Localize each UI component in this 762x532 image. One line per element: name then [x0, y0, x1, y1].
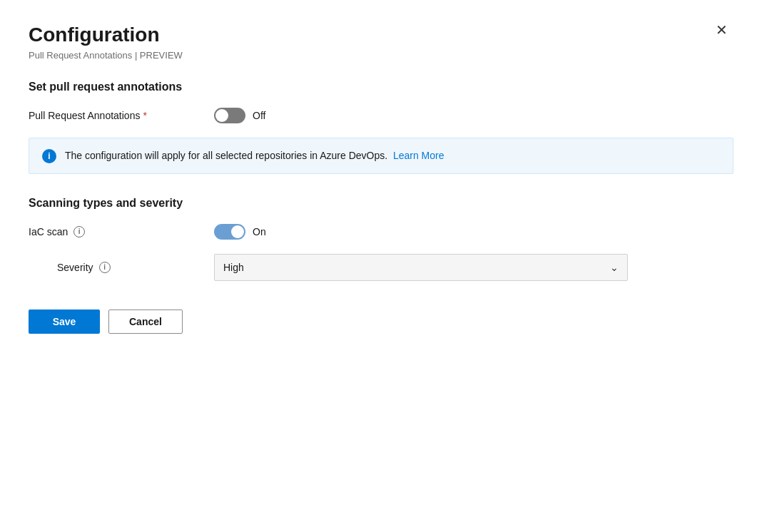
- info-banner-text: The configuration will apply for all sel…: [65, 148, 444, 163]
- info-icon: i: [42, 149, 56, 163]
- dialog-subtitle: Pull Request Annotations | PREVIEW: [29, 50, 183, 61]
- pull-request-label: Pull Request Annotations *: [29, 110, 214, 121]
- iac-toggle-track: [214, 224, 245, 240]
- severity-info-icon: i: [99, 262, 111, 273]
- severity-label: Severity i: [29, 262, 214, 273]
- save-button[interactable]: Save: [29, 310, 100, 334]
- pull-request-toggle-container: Off: [214, 108, 265, 123]
- close-icon: ✕: [716, 22, 728, 38]
- toggle-thumb: [215, 109, 228, 122]
- iac-scan-row: IaC scan i On: [29, 224, 733, 240]
- required-star: *: [143, 110, 146, 121]
- chevron-down-icon: ⌄: [610, 262, 619, 273]
- dialog-footer: Save Cancel: [29, 310, 733, 334]
- close-button[interactable]: ✕: [710, 20, 733, 40]
- iac-toggle-state-label: On: [253, 226, 266, 237]
- pull-request-toggle[interactable]: [214, 108, 245, 123]
- iac-toggle-container: On: [214, 224, 266, 240]
- iac-toggle-thumb: [231, 225, 244, 238]
- section2-title: Scanning types and severity: [29, 197, 733, 210]
- iac-scan-label: IaC scan i: [29, 226, 214, 237]
- severity-value: High: [223, 262, 244, 273]
- section1-title: Set pull request annotations: [29, 81, 733, 93]
- cancel-button[interactable]: Cancel: [108, 310, 183, 334]
- section-pull-request: Set pull request annotations Pull Reques…: [29, 81, 733, 174]
- configuration-dialog: Configuration Pull Request Annotations |…: [0, 0, 762, 532]
- severity-dropdown[interactable]: High ⌄: [214, 254, 628, 281]
- toggle-track: [214, 108, 245, 123]
- dialog-header: Configuration Pull Request Annotations |…: [29, 23, 733, 61]
- learn-more-link[interactable]: Learn More: [393, 150, 444, 161]
- iac-toggle[interactable]: [214, 224, 245, 240]
- dialog-title: Configuration: [29, 23, 183, 47]
- pull-request-toggle-state-label: Off: [253, 110, 265, 121]
- section-scanning: Scanning types and severity IaC scan i O…: [29, 197, 733, 281]
- severity-row: Severity i High ⌄: [29, 254, 733, 281]
- iac-info-icon: i: [73, 226, 85, 237]
- info-banner: i The configuration will apply for all s…: [29, 138, 733, 174]
- pull-request-row: Pull Request Annotations * Off: [29, 108, 733, 123]
- title-block: Configuration Pull Request Annotations |…: [29, 23, 183, 61]
